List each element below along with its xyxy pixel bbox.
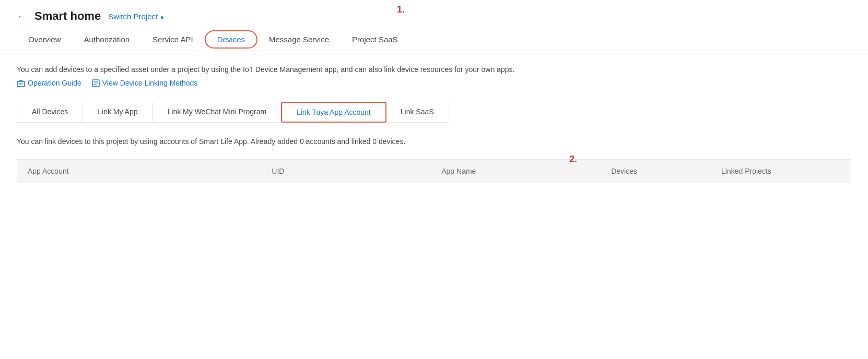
tab-service-api[interactable]: Service API: [141, 30, 205, 49]
svg-rect-0: [17, 81, 25, 87]
col-uid: UID: [261, 167, 431, 175]
col-app-name: App Name: [431, 167, 601, 175]
switch-project-button[interactable]: Switch Project ⬧: [108, 12, 165, 21]
description-links: Operation Guide View Device Linking Meth…: [17, 77, 610, 89]
guide-icon: [17, 80, 25, 87]
view-methods-icon: [92, 79, 100, 87]
back-button[interactable]: ←: [17, 10, 27, 22]
switch-project-icon: ⬧: [160, 12, 165, 21]
table-header-row: App Account UID App Name Devices Linked …: [17, 159, 851, 183]
page-header: ← Smart home Switch Project ⬧: [0, 0, 868, 28]
device-subtabs: All Devices Link My App Link My WeChat M…: [17, 102, 449, 123]
page-title: Smart home: [34, 9, 101, 23]
tab-project-saas[interactable]: Project SaaS: [341, 30, 409, 49]
tab-devices[interactable]: Devices: [205, 30, 257, 49]
operation-guide-label: Operation Guide: [28, 77, 81, 89]
tab-overview[interactable]: Overview: [17, 30, 73, 49]
tab-message-service[interactable]: Message Service: [257, 30, 341, 49]
subtab-link-wechat[interactable]: Link My WeChat Mini Program: [153, 102, 282, 122]
description-section: You can add devices to a specified asset…: [0, 51, 627, 98]
annotation-2: 2.: [569, 154, 577, 165]
subtab-link-saas[interactable]: Link SaaS: [386, 102, 449, 122]
info-text: You can link devices to this project by …: [0, 123, 868, 154]
subtab-link-tuya[interactable]: Link Tuya App Account: [281, 102, 386, 123]
main-nav: Overview Authorization Service API Devic…: [0, 28, 868, 51]
view-methods-link[interactable]: View Device Linking Methods: [92, 77, 198, 89]
col-linked-projects: Linked Projects: [711, 167, 851, 175]
switch-project-label: Switch Project: [108, 12, 158, 21]
subtab-all-devices[interactable]: All Devices: [17, 102, 83, 122]
tab-authorization[interactable]: Authorization: [73, 30, 142, 49]
col-app-account: App Account: [17, 167, 261, 175]
accounts-table: App Account UID App Name Devices Linked …: [17, 159, 851, 183]
description-text: You can add devices to a specified asset…: [17, 64, 610, 75]
view-methods-label: View Device Linking Methods: [102, 77, 198, 89]
col-devices: Devices: [601, 167, 711, 175]
subtab-link-my-app[interactable]: Link My App: [83, 102, 153, 122]
annotation-1: 1.: [397, 4, 405, 15]
operation-guide-link[interactable]: Operation Guide: [17, 77, 81, 89]
